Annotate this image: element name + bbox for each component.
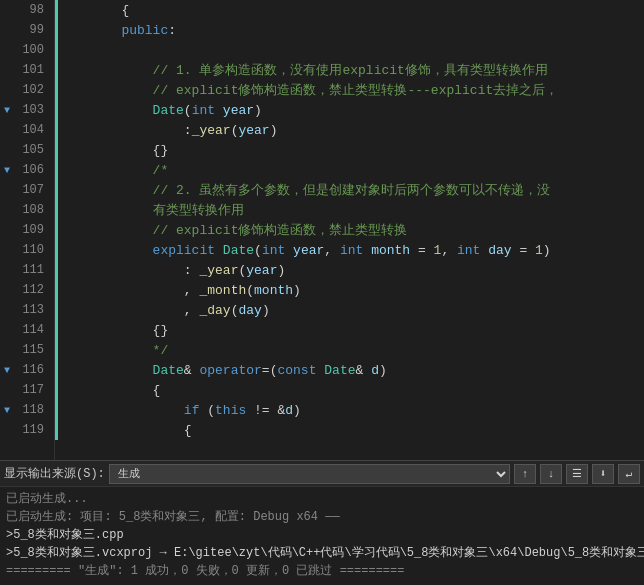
token-param: day xyxy=(238,303,261,318)
token-kw: int xyxy=(340,243,363,258)
token-fn: _month xyxy=(199,283,246,298)
code-line: {} xyxy=(59,320,644,340)
output-line: 已启动生成: 项目: 5_8类和对象三, 配置: Debug x64 —— xyxy=(6,507,638,525)
panel-toolbar: 显示输出来源(S): 生成 ↑ ↓ ☰ ⬇ ↵ xyxy=(0,461,644,487)
token-plain: , xyxy=(59,303,199,318)
bottom-panel: 显示输出来源(S): 生成 ↑ ↓ ☰ ⬇ ↵ 已启动生成... 已启动生成: … xyxy=(0,460,644,585)
token-plain: = xyxy=(410,243,433,258)
code-line: :_year(year) xyxy=(59,120,644,140)
toolbar-btn-1[interactable]: ↑ xyxy=(514,464,536,484)
line-number: 100 xyxy=(14,43,52,57)
gutter-row: 98 xyxy=(0,0,54,20)
modified-bar xyxy=(55,200,58,220)
modified-bar xyxy=(55,320,58,340)
line-number: 102 xyxy=(14,83,52,97)
toolbar-btn-2[interactable]: ↓ xyxy=(540,464,562,484)
token-plain: & xyxy=(356,363,372,378)
code-line: : _year(year) xyxy=(59,260,644,280)
token-kw: const xyxy=(277,363,316,378)
code-line: Date& operator=(const Date& d) xyxy=(59,360,644,380)
token-plain: ( xyxy=(238,263,246,278)
code-line: // 2. 虽然有多个参数，但是创建对象时后两个参数可以不传递，没 xyxy=(59,180,644,200)
token-plain: ( xyxy=(246,283,254,298)
modified-bar xyxy=(55,80,58,100)
gutter-row: 107 xyxy=(0,180,54,200)
token-plain: ) xyxy=(293,403,301,418)
output-source-dropdown[interactable]: 生成 xyxy=(109,464,510,484)
token-num: 1 xyxy=(434,243,442,258)
modified-bar xyxy=(55,20,58,40)
gutter-row: 105 xyxy=(0,140,54,160)
code-line: { xyxy=(59,0,644,20)
token-plain xyxy=(285,243,293,258)
code-line: 有类型转换作用 xyxy=(59,200,644,220)
gutter-row: 114 xyxy=(0,320,54,340)
code-line: , _month(month) xyxy=(59,280,644,300)
modified-bar xyxy=(55,120,58,140)
toolbar-btn-4[interactable]: ⬇ xyxy=(592,464,614,484)
fold-indicator[interactable]: ▼ xyxy=(0,405,14,416)
token-kw: operator xyxy=(199,363,261,378)
token-plain xyxy=(316,363,324,378)
token-plain: ( xyxy=(199,403,215,418)
gutter-row: 111 xyxy=(0,260,54,280)
modified-bar xyxy=(55,140,58,160)
line-number: 116 xyxy=(14,363,52,377)
token-plain: ) xyxy=(277,263,285,278)
fold-indicator[interactable]: ▼ xyxy=(0,365,14,376)
code-line: if (this != &d) xyxy=(59,400,644,420)
editor-area: 9899100101102▼103104105▼1061071081091101… xyxy=(0,0,644,460)
token-param: d xyxy=(371,363,379,378)
code-scroll-area[interactable]: { public: // 1. 单参构造函数，没有使用explicit修饰，具有… xyxy=(55,0,644,460)
token-plain: ( xyxy=(231,303,239,318)
modified-bar xyxy=(55,420,58,440)
token-num: 1 xyxy=(535,243,543,258)
token-plain: ( xyxy=(231,123,239,138)
toolbar-btn-3[interactable]: ☰ xyxy=(566,464,588,484)
token-param: d xyxy=(285,403,293,418)
gutter-row: 100 xyxy=(0,40,54,60)
token-plain: , xyxy=(59,283,199,298)
token-plain xyxy=(215,103,223,118)
output-line: >5_8类和对象三.vcxproj → E:\gitee\zyt\代码\C++代… xyxy=(6,543,638,561)
token-kw: explicit xyxy=(59,243,215,258)
toolbar-btn-5[interactable]: ↵ xyxy=(618,464,640,484)
line-number: 119 xyxy=(14,423,52,437)
gutter-row: 108 xyxy=(0,200,54,220)
modified-bar xyxy=(55,220,58,240)
code-line: /* xyxy=(59,160,644,180)
token-comment: // explicit修饰构造函数，禁止类型转换---explicit去掉之后， xyxy=(59,81,558,99)
code-line: { xyxy=(59,420,644,440)
token-kw: int xyxy=(457,243,480,258)
modified-bar xyxy=(55,160,58,180)
line-number: 112 xyxy=(14,283,52,297)
token-comment: // explicit修饰构造函数，禁止类型转换 xyxy=(59,221,407,239)
gutter-row: 102 xyxy=(0,80,54,100)
token-comment: /* xyxy=(59,163,168,178)
fold-indicator[interactable]: ▼ xyxy=(0,165,14,176)
output-line: ========= "生成": 1 成功，0 失败，0 更新，0 已跳过 ===… xyxy=(6,561,638,579)
output-line: >5_8类和对象三.cpp xyxy=(6,525,638,543)
modified-bar xyxy=(55,380,58,400)
gutter-row: 112 xyxy=(0,280,54,300)
gutter-row: 119 xyxy=(0,420,54,440)
line-number: 118 xyxy=(14,403,52,417)
token-plain xyxy=(480,243,488,258)
token-plain: = xyxy=(512,243,535,258)
fold-indicator[interactable]: ▼ xyxy=(0,105,14,116)
modified-bar xyxy=(55,280,58,300)
line-number: 109 xyxy=(14,223,52,237)
token-type: Date xyxy=(324,363,355,378)
modified-bar xyxy=(55,180,58,200)
token-plain: {} xyxy=(59,323,168,338)
token-param: year xyxy=(238,123,269,138)
token-plain: ) xyxy=(262,303,270,318)
token-param: year xyxy=(293,243,324,258)
panel-content[interactable]: 已启动生成... 已启动生成: 项目: 5_8类和对象三, 配置: Debug … xyxy=(0,487,644,585)
token-kw: if xyxy=(184,403,200,418)
line-number: 104 xyxy=(14,123,52,137)
token-comment: // 1. 单参构造函数，没有使用explicit修饰，具有类型转换作用 xyxy=(59,61,548,79)
modified-bar xyxy=(55,260,58,280)
code-line: // explicit修饰构造函数，禁止类型转换 xyxy=(59,220,644,240)
token-plain: != & xyxy=(246,403,285,418)
